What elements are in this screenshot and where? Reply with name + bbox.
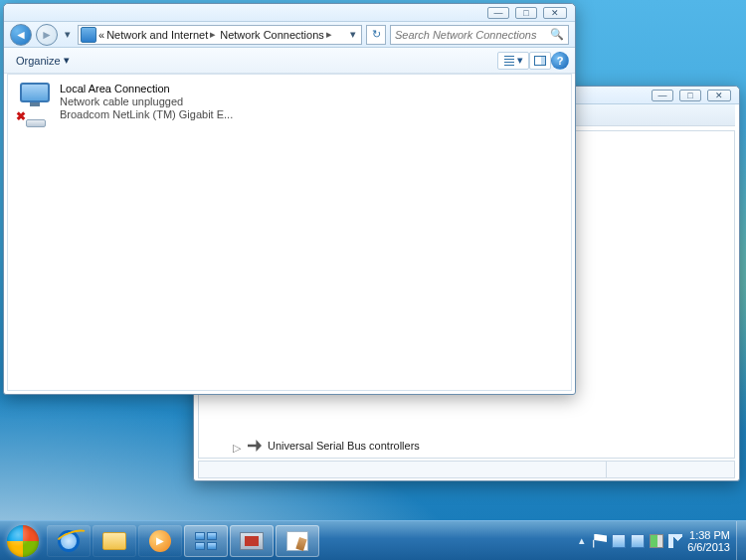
toolbar: Organize ▾ ▾ ? [4,48,575,74]
search-box[interactable]: 🔍 [390,25,569,45]
preview-pane-button[interactable] [529,52,551,70]
taskbar-running-window1[interactable] [184,525,228,557]
network-connections-window: — □ ✕ ◄ ► ▾ « Network and Internet ▸ Net… [3,3,576,395]
breadcrumb-level1[interactable]: Network and Internet [106,29,208,41]
titlebar[interactable]: — □ ✕ [4,4,575,22]
connection-name: Local Area Connection [60,83,233,95]
connection-status: Network cable unplugged [60,95,233,108]
tree-item-usb-controllers[interactable]: ▷ Universal Serial Bus controllers [233,440,420,452]
connection-icon: ✖ [16,83,54,121]
organize-menu[interactable]: Organize ▾ [10,52,76,69]
grid-icon [195,532,217,550]
windows-orb-icon [7,525,39,557]
network-icon-2[interactable] [631,534,645,548]
items-pane[interactable]: ✖ Local Area Connection Network cable un… [7,74,572,391]
chevron-right-icon[interactable]: ▸ [208,28,218,41]
breadcrumb-level2[interactable]: Network Connections [220,29,324,41]
taskbar-pinned-explorer[interactable] [93,525,136,557]
search-input[interactable] [395,29,550,41]
expand-icon[interactable]: ▷ [233,442,242,451]
refresh-button[interactable]: ↻ [366,25,386,45]
chevron-down-icon: ▾ [64,54,70,67]
close-button[interactable]: ✕ [543,7,567,19]
flag-icon[interactable] [593,534,607,548]
start-button[interactable] [0,521,46,561]
maximize-button[interactable]: □ [515,7,537,19]
connection-item[interactable]: ✖ Local Area Connection Network cable un… [8,75,286,129]
history-dropdown[interactable]: ▾ [62,28,74,41]
ie-icon [58,530,80,552]
show-desktop-button[interactable] [736,521,746,561]
chevron-right-icon[interactable]: ▸ [324,28,334,41]
minimize-button[interactable]: — [652,90,673,101]
plug-icon [26,119,46,127]
organize-label: Organize [16,55,61,67]
clock[interactable]: 1:38 PM 6/6/2013 [687,529,734,553]
network-icon[interactable] [612,534,626,548]
power-icon[interactable] [650,534,663,548]
location-icon [81,27,96,43]
taskbar-pinned-mediaplayer[interactable] [138,525,182,557]
taskbar-pinned-ie[interactable] [47,525,91,557]
views-button[interactable]: ▾ [497,52,529,70]
taskbar-running-paint[interactable] [276,525,319,557]
connection-device: Broadcom NetLink (TM) Gigabit E... [60,108,233,121]
breadcrumb-overflow[interactable]: « [98,29,104,41]
tray-overflow-button[interactable]: ▴ [576,534,588,547]
volume-icon[interactable] [668,534,682,548]
folder-icon [102,532,126,550]
system-tray: ▴ 1:38 PM 6/6/2013 [574,529,736,553]
clock-date: 6/6/2013 [687,541,730,553]
address-bar[interactable]: « Network and Internet ▸ Network Connect… [78,25,362,45]
address-dropdown[interactable]: ▾ [347,28,359,41]
clock-time: 1:38 PM [687,529,730,541]
minimize-button[interactable]: — [487,7,509,19]
toolbox-icon [240,532,264,550]
tree-item-label: Universal Serial Bus controllers [268,440,420,452]
taskbar-running-window2[interactable] [230,525,274,557]
close-button[interactable]: ✕ [707,90,731,101]
paint-icon [286,531,308,551]
forward-button[interactable]: ► [36,24,58,46]
search-icon[interactable]: 🔍 [550,28,564,41]
help-button[interactable]: ? [551,52,569,70]
back-button[interactable]: ◄ [10,24,32,46]
address-row: ◄ ► ▾ « Network and Internet ▸ Network C… [4,22,575,48]
usb-icon [248,440,262,452]
chevron-down-icon: ▾ [517,54,523,67]
taskbar: ▴ 1:38 PM 6/6/2013 [0,520,746,560]
status-bar [198,461,735,478]
mediaplayer-icon [149,530,171,552]
error-x-icon: ✖ [16,109,26,123]
maximize-button[interactable]: □ [679,90,701,101]
